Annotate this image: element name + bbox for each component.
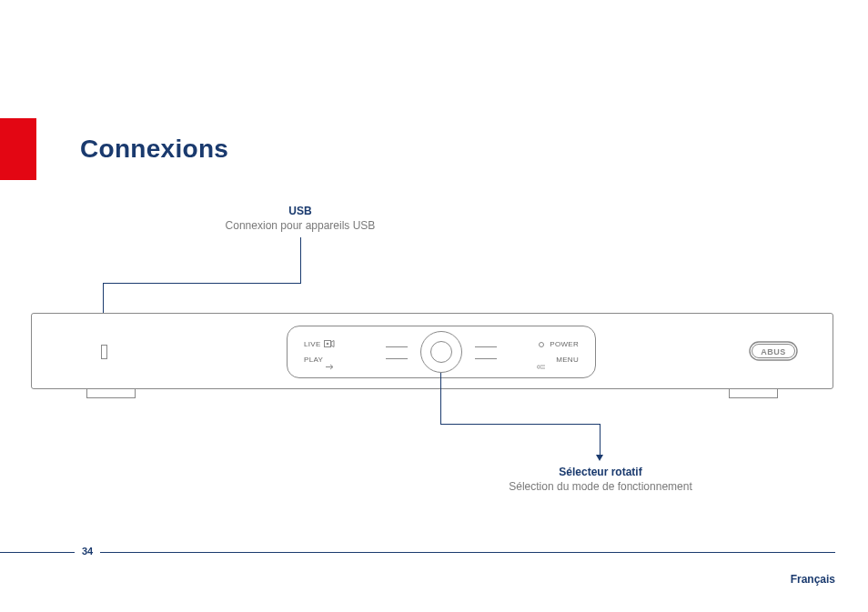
svg-point-2 <box>537 366 540 368</box>
control-panel: LIVE PLAY POWER MENU <box>287 326 596 378</box>
label-play: PLAY <box>304 356 323 364</box>
arrowhead-icon <box>596 455 603 461</box>
play-arrow-icon <box>326 357 335 364</box>
margin-tab <box>0 118 36 180</box>
label-menu: MENU <box>556 356 579 364</box>
footer-language: Français <box>791 573 835 586</box>
panel-mark <box>386 358 408 359</box>
menu-icon <box>537 357 546 364</box>
rotary-selector-inner <box>430 341 452 363</box>
label-power: POWER <box>550 340 579 348</box>
leader-line <box>440 424 601 425</box>
rotary-selector <box>420 331 462 373</box>
panel-mark <box>475 358 497 359</box>
callout-usb-desc: Connexion pour appareils USB <box>191 219 409 232</box>
leader-line <box>103 283 301 284</box>
leader-line <box>600 424 601 458</box>
power-led-icon <box>539 342 544 347</box>
brand-logo: ABUS <box>749 341 798 361</box>
panel-mark <box>386 346 408 347</box>
panel-mark <box>475 346 497 347</box>
label-live: LIVE <box>304 340 321 348</box>
callout-rotary-desc: Sélection du mode de fonctionnement <box>464 480 737 493</box>
leader-line <box>440 373 441 424</box>
brand-text: ABUS <box>761 347 786 356</box>
usb-port <box>101 345 107 359</box>
camera-icon <box>324 340 335 347</box>
device-front-panel: LIVE PLAY POWER MENU <box>31 313 833 389</box>
callout-usb-title: USB <box>191 205 409 217</box>
callout-rotary-title: Sélecteur rotatif <box>464 466 737 478</box>
device-foot <box>729 389 778 398</box>
footer-rule <box>0 552 835 553</box>
page-title: Connexions <box>80 135 228 164</box>
leader-line <box>300 237 301 283</box>
svg-point-1 <box>327 343 329 346</box>
callout-usb: USB Connexion pour appareils USB <box>191 205 409 232</box>
page-number: 34 <box>75 546 100 557</box>
device-foot <box>86 389 136 398</box>
callout-rotary: Sélecteur rotatif Sélection du mode de f… <box>464 466 737 493</box>
